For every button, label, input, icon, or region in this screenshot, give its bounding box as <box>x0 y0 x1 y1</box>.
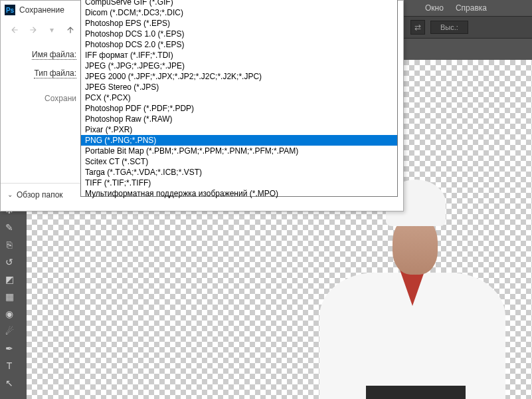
tool-panel: ✱ ✎ ⎘ ↺ ◩ ▦ ◉ ☄ ✒ T ↖ ▭ <box>0 200 20 399</box>
height-label[interactable]: Выс.: <box>430 21 468 34</box>
tool-pen[interactable]: ✒ <box>1 340 17 356</box>
filetype-option[interactable]: JPEG Stereo (*.JPS) <box>81 82 397 92</box>
filetype-option[interactable]: Pixar (*.PXR) <box>81 124 397 135</box>
photoshop-app-icon: Ps <box>5 5 15 15</box>
menu-help[interactable]: Справка <box>456 3 487 13</box>
tool-brush[interactable]: ✎ <box>1 219 17 235</box>
filetype-option[interactable]: PCX (*.PCX) <box>81 92 397 103</box>
nav-back-button[interactable] <box>6 22 23 38</box>
tool-history[interactable]: ↺ <box>1 254 17 270</box>
canvas-image-chef <box>306 180 505 399</box>
filetype-option[interactable]: Scitex CT (*.SCT) <box>81 156 397 167</box>
filetype-option[interactable]: Мультиформатная поддержка изображений (*… <box>81 188 397 199</box>
tool-path[interactable]: ↖ <box>1 375 17 391</box>
filetype-option[interactable]: JPEG (*.JPG;*.JPEG;*.JPE) <box>81 61 397 71</box>
browse-folders-label: Обзор папок <box>17 190 63 200</box>
tool-dodge[interactable]: ☄ <box>1 323 17 339</box>
filetype-option[interactable]: Photoshop DCS 1.0 (*.EPS) <box>81 29 397 39</box>
filetype-option[interactable]: Photoshop PDF (*.PDF;*.PDP) <box>81 103 397 114</box>
filetype-label: Тип файла: <box>1 68 80 78</box>
filetype-option[interactable]: Targa (*.TGA;*.VDA;*.ICB;*.VST) <box>81 167 397 178</box>
arrow-up-icon <box>66 25 75 35</box>
filetype-option[interactable]: CompuServe GIF (*.GIF) <box>81 0 397 7</box>
filetype-option[interactable]: Photoshop DCS 2.0 (*.EPS) <box>81 39 397 50</box>
tool-eraser[interactable]: ◩ <box>1 271 17 287</box>
filetype-option[interactable]: IFF формат (*.IFF;*.TDI) <box>81 50 397 61</box>
arrow-left-icon <box>10 25 19 35</box>
browse-folders-toggle[interactable]: ⌄ Обзор папок <box>1 183 83 205</box>
tool-type[interactable]: T <box>1 358 17 374</box>
chevron-down-icon: ⌄ <box>7 191 13 198</box>
filetype-option[interactable]: Photoshop Raw (*.RAW) <box>81 114 397 124</box>
tool-shape[interactable]: ▭ <box>1 392 17 399</box>
filetype-option[interactable]: Photoshop EPS (*.EPS) <box>81 18 397 29</box>
menu-window[interactable]: Окно <box>425 3 444 13</box>
save-options-label: Сохрани <box>1 94 80 103</box>
swap-icon[interactable]: ⇄ <box>410 20 425 35</box>
filetype-row: Тип файла: Photoshop (*.PSD;*.PDD) ⌄ Pho… <box>1 66 403 80</box>
tool-stamp[interactable]: ⎘ <box>1 237 17 253</box>
nav-recent-button[interactable]: ▾ <box>43 22 60 38</box>
tool-blur[interactable]: ◉ <box>1 306 17 322</box>
filetype-option[interactable]: PNG (*.PNG;*.PNS) <box>81 135 397 146</box>
filetype-option[interactable]: TIFF (*.TIF;*.TIFF) <box>81 178 397 188</box>
filetype-dropdown[interactable]: Photoshop (*.PSD;*.PDD)Формат больших до… <box>80 0 398 197</box>
filetype-option[interactable]: JPEG 2000 (*.JPF;*.JPX;*.JP2;*.J2C;*.J2K… <box>81 71 397 82</box>
filetype-option[interactable]: Dicom (*.DCM;*.DC3;*.DIC) <box>81 7 397 18</box>
filename-label: Имя файла: <box>1 50 80 59</box>
nav-up-button[interactable] <box>62 22 79 38</box>
nav-forward-button[interactable] <box>25 22 42 38</box>
tool-gradient[interactable]: ▦ <box>1 289 17 305</box>
arrow-right-icon <box>29 25 38 35</box>
filetype-option[interactable]: Portable Bit Map (*.PBM;*.PGM;*.PPM;*.PN… <box>81 146 397 156</box>
save-dialog: Ps Сохранение ✕ ▾ › « Рабо... › бэки фот… <box>0 0 404 211</box>
